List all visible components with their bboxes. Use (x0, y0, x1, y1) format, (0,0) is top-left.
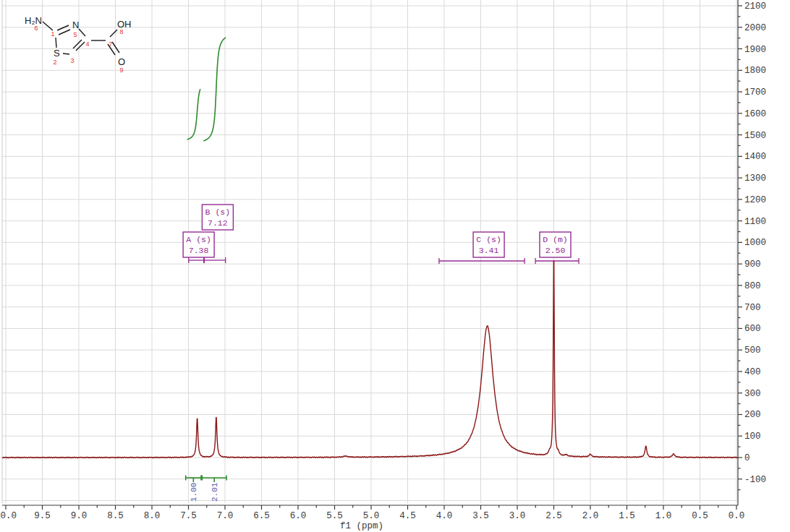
x-tick-label: 5.5 (326, 511, 343, 521)
bond-c7-o8 (110, 30, 117, 37)
annotation-range-bracket-B (204, 257, 225, 263)
y-tick-label: 400 (744, 367, 761, 377)
y-tick-label: 1500 (744, 131, 766, 141)
annotation-range-bracket-A (189, 257, 204, 263)
y-tick-label: 1800 (744, 66, 766, 76)
x-tick-label: 1.0 (655, 511, 672, 521)
annotation-label-D: D (m) (543, 235, 568, 244)
x-tick-label: 0.0 (729, 511, 745, 521)
y-tick-label: 2000 (744, 23, 766, 33)
peak-annotation-D: D (m)2.50 (535, 232, 579, 264)
locant-5: 5 (73, 31, 77, 38)
atom-label-n: N (72, 20, 79, 30)
y-tick-label: 800 (744, 281, 761, 291)
annotation-shift-A: 7.38 (189, 246, 209, 255)
bond-n6-c1 (43, 22, 53, 30)
bond-c1-n5b (59, 30, 70, 35)
bond-c1-n5a (57, 25, 69, 30)
axis-lines (2, 0, 742, 510)
x-tick-label: 10.0 (0, 511, 17, 521)
y-tick-label: 2100 (744, 1, 766, 12)
x-tick-label: 7.0 (217, 511, 234, 521)
x-tick-label: 5.0 (363, 511, 380, 521)
locant-1: 1 (51, 30, 54, 38)
x-tick-label: 4.5 (399, 511, 416, 521)
atom-label-o: O (118, 56, 125, 67)
x-axis-title: f1 (ppm) (340, 521, 383, 531)
annotation-shift-D: 2.50 (545, 246, 566, 255)
x-tick-label: 0.5 (692, 511, 708, 521)
integral-1.00: 1.00 (186, 89, 201, 502)
nmr-spectrum-canvas: A (s)7.38B (s)7.12C (s)3.41D (m)2.50 1.0… (0, 0, 790, 532)
integral-value[interactable]: 1.00 (190, 483, 198, 502)
annotation-shift-B: 7.12 (208, 218, 228, 228)
annotation-range-bracket-D (535, 258, 579, 264)
x-tick-label: 7.5 (180, 511, 197, 521)
spectrum-trace (2, 261, 738, 458)
x-tick-label: 8.0 (144, 511, 161, 521)
y-tick-label: -100 (744, 475, 766, 485)
locant-3: 3 (70, 57, 74, 64)
integral-2.01: 2.01 (202, 38, 226, 502)
y-tick-label: 700 (744, 303, 761, 313)
y-tick-label: 1000 (744, 238, 766, 248)
y-tick-label: 1900 (744, 45, 766, 55)
x-tick-label: 9.0 (71, 511, 88, 521)
y-tick-label: 1400 (744, 152, 766, 162)
atom-label-s: S (54, 48, 60, 59)
axes: 10.09.59.08.58.07.57.06.56.05.55.04.54.0… (0, 0, 766, 531)
annotation-label-A: A (s) (186, 235, 211, 244)
x-tick-label: 2.5 (545, 511, 562, 521)
peak-annotations: A (s)7.38B (s)7.12C (s)3.41D (m)2.50 (183, 205, 579, 264)
y-tick-label: 1300 (744, 173, 766, 184)
x-tick-label: 1.5 (619, 511, 635, 521)
y-tick-label: 300 (744, 389, 761, 399)
grid (2, 0, 736, 503)
integrals: 1.002.01 (186, 38, 226, 502)
annotation-label-B: B (s) (205, 207, 231, 217)
x-tick-label: 2.0 (582, 511, 599, 521)
x-tick-label: 3.5 (472, 511, 489, 521)
y-tick-label: 1200 (744, 195, 766, 205)
spectrum-plot: A (s)7.38B (s)7.12C (s)3.41D (m)2.50 1.0… (0, 0, 790, 532)
y-tick-label: 1700 (744, 87, 766, 98)
locant-6: 6 (34, 25, 38, 32)
x-tick-label: 9.5 (34, 511, 51, 521)
peak-annotation-A: A (s)7.38 (183, 232, 214, 263)
atom-label-nh2: H₂N (25, 15, 42, 26)
x-tick-label: 6.5 (253, 511, 270, 521)
locant-4: 4 (85, 40, 89, 48)
locant-8: 8 (119, 28, 123, 35)
bond-c3-s2 (63, 53, 69, 54)
y-tick-label: 0 (744, 453, 750, 463)
annotation-label-C: C (s) (476, 235, 501, 244)
x-tick-label: 4.0 (436, 511, 453, 521)
integral-bracket (186, 476, 201, 483)
locant-2: 2 (53, 59, 56, 66)
annotation-shift-C: 3.41 (479, 246, 499, 255)
x-tick-label: 6.0 (290, 511, 307, 521)
y-tick-label: 600 (744, 324, 761, 334)
x-tick-label: 3.0 (509, 511, 526, 521)
y-tick-label: 100 (744, 432, 761, 442)
integral-curve (187, 89, 200, 140)
bond-c4-c3b (73, 40, 82, 48)
spectrum-trace-layer (2, 261, 738, 458)
bond-n5-c4 (79, 29, 85, 36)
annotation-range-bracket-C (439, 258, 524, 264)
y-tick-label: 900 (744, 259, 761, 270)
peak-annotation-C: C (s)3.41 (439, 232, 524, 264)
integral-value[interactable]: 2.01 (211, 482, 219, 502)
locant-7: 7 (109, 40, 112, 48)
locant-9: 9 (119, 66, 123, 74)
y-tick-label: 1100 (744, 217, 766, 227)
y-tick-label: 1600 (744, 109, 766, 119)
x-tick-label: 8.5 (107, 511, 124, 521)
bond-s2-c1 (56, 38, 56, 48)
integral-curve (203, 38, 226, 141)
bond-c4-c3a (76, 42, 85, 51)
integral-bracket (202, 476, 226, 483)
y-tick-label: 200 (744, 410, 761, 420)
y-tick-label: 500 (744, 346, 761, 356)
